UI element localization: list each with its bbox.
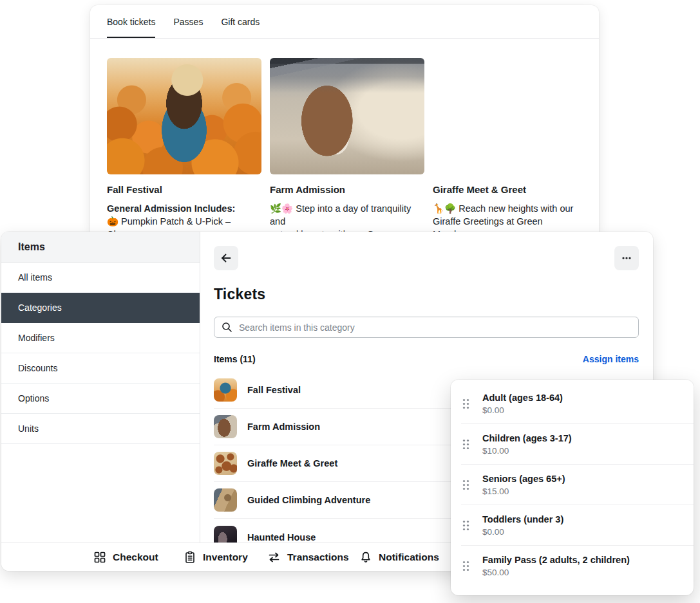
card-description-line2: 🎃 Pumpkin Patch & U-Pick – Choose... <box>107 215 261 233</box>
item-name: Farm Admission <box>247 422 320 432</box>
back-button[interactable] <box>214 246 238 270</box>
tab-passes[interactable]: Passes <box>173 17 203 27</box>
farm-admission-photo <box>270 58 424 174</box>
card-description-line2: Giraffe Greetings at Green Meadows... <box>433 215 587 233</box>
item-list-header: Items (11) Assign items <box>214 354 639 364</box>
variation-row-children[interactable]: Children (ages 3-17) $10.00 <box>451 424 694 465</box>
variation-text: Family Pass (2 adults, 2 children) $50.0… <box>482 555 630 577</box>
nav-checkout[interactable]: Checkout <box>93 543 158 571</box>
ticket-card-fall-festival[interactable]: Fall Festival General Admission Includes… <box>107 58 261 233</box>
nav-label: Transactions <box>287 552 349 563</box>
booking-window: Book tickets Passes Gift cards Fall Fest… <box>90 5 599 233</box>
variation-name: Family Pass (2 adults, 2 children) <box>482 555 630 565</box>
nav-notifications[interactable]: Notifications <box>359 543 439 571</box>
clipboard-icon <box>184 551 196 564</box>
variation-text: Seniors (ages 65+) $15.00 <box>482 474 565 496</box>
variation-name: Seniors (ages 65+) <box>482 474 565 484</box>
item-thumbnail <box>214 488 237 512</box>
ellipsis-icon <box>621 252 632 264</box>
sidebar-item-units[interactable]: Units <box>1 414 200 444</box>
more-options-button[interactable] <box>614 246 639 270</box>
items-count-label: Items (11) <box>214 354 256 364</box>
card-title: Fall Festival <box>107 184 261 195</box>
booking-tabs: Book tickets Passes Gift cards <box>90 5 599 39</box>
bell-icon <box>359 551 372 564</box>
giraffe-meet-greet-photo <box>433 58 587 174</box>
variation-price: $10.00 <box>482 446 572 456</box>
sidebar-item-modifiers[interactable]: Modifiers <box>1 323 200 353</box>
items-sidebar: Items All items Categories Modifiers Dis… <box>1 232 200 543</box>
card-description: 🦒🌳 Reach new heights with our Giraffe Gr… <box>433 202 587 233</box>
variation-price: $50.00 <box>482 568 630 577</box>
drag-handle-icon[interactable] <box>462 439 469 450</box>
grid-icon <box>93 551 106 564</box>
nav-label: Inventory <box>203 552 248 563</box>
sidebar-item-options[interactable]: Options <box>1 384 200 414</box>
ticket-card-list: Fall Festival General Admission Includes… <box>90 39 599 233</box>
drag-handle-icon[interactable] <box>462 479 469 490</box>
variation-price: $0.00 <box>482 527 563 537</box>
transfer-arrows-icon <box>267 551 281 564</box>
card-description-line1: 🌿🌸 Step into a day of tranquility and <box>270 202 424 228</box>
ticket-card-giraffe-meet-greet[interactable]: Giraffe Meet & Greet 🦒🌳 Reach new height… <box>433 58 587 233</box>
nav-label: Checkout <box>113 552 158 563</box>
item-name: Guided Climbing Adventure <box>247 495 370 505</box>
drag-handle-icon[interactable] <box>462 520 469 531</box>
drag-handle-icon[interactable] <box>462 398 469 409</box>
drag-handle-icon[interactable] <box>462 561 469 571</box>
card-title: Farm Admission <box>270 184 424 195</box>
variation-row-seniors[interactable]: Seniors (ages 65+) $15.00 <box>451 465 694 505</box>
item-name: Giraffe Meet & Greet <box>247 458 337 468</box>
search-icon <box>222 322 232 333</box>
item-thumbnail <box>214 378 237 402</box>
card-title: Giraffe Meet & Greet <box>433 184 587 195</box>
variation-text: Adult (ages 18-64) $0.00 <box>482 393 563 415</box>
assign-items-link[interactable]: Assign items <box>583 354 639 364</box>
variation-row-adult[interactable]: Adult (ages 18-64) $0.00 <box>451 384 694 424</box>
variation-text: Children (ages 3-17) $10.00 <box>482 433 572 456</box>
variation-row-family-pass[interactable]: Family Pass (2 adults, 2 children) $50.0… <box>451 546 694 586</box>
tab-gift-cards[interactable]: Gift cards <box>221 17 260 27</box>
item-name: Fall Festival <box>247 385 301 395</box>
sidebar-item-all-items[interactable]: All items <box>1 263 200 293</box>
variation-price: $15.00 <box>482 487 565 496</box>
item-thumbnail <box>214 452 237 475</box>
variation-name: Adult (ages 18-64) <box>482 393 563 403</box>
sidebar-item-categories[interactable]: Categories <box>1 293 200 323</box>
search-input[interactable] <box>214 317 639 338</box>
variation-row-toddlers[interactable]: Toddlers (under 3) $0.00 <box>451 505 694 546</box>
variation-text: Toddlers (under 3) $0.00 <box>482 514 563 537</box>
item-thumbnail <box>214 415 237 438</box>
page-title: Tickets <box>214 286 639 303</box>
ticket-variations-panel: Adult (ages 18-64) $0.00 Children (ages … <box>451 380 694 595</box>
nav-inventory[interactable]: Inventory <box>184 543 248 571</box>
nav-transactions[interactable]: Transactions <box>267 543 349 571</box>
back-arrow-icon <box>220 252 232 264</box>
variation-name: Children (ages 3-17) <box>482 433 572 443</box>
category-header <box>214 246 639 270</box>
ticket-card-farm-admission[interactable]: Farm Admission 🌿🌸 Step into a day of tra… <box>270 58 424 233</box>
sidebar-item-discounts[interactable]: Discounts <box>1 353 200 384</box>
tab-book-tickets[interactable]: Book tickets <box>107 17 155 27</box>
item-name: Haunted House <box>247 532 316 543</box>
nav-label: Notifications <box>379 552 439 563</box>
card-description: 🌿🌸 Step into a day of tranquility and na… <box>270 202 424 233</box>
card-description: General Admission Includes: 🎃 Pumpkin Pa… <box>107 202 261 233</box>
card-description-line1: 🦒🌳 Reach new heights with our <box>433 202 587 215</box>
item-thumbnail <box>214 526 237 543</box>
card-description-line1: General Admission Includes: <box>107 202 261 215</box>
search-box <box>214 317 639 338</box>
variation-name: Toddlers (under 3) <box>482 514 563 524</box>
sidebar-title: Items <box>1 232 200 263</box>
variation-price: $0.00 <box>482 405 563 415</box>
fall-festival-photo <box>107 58 261 174</box>
